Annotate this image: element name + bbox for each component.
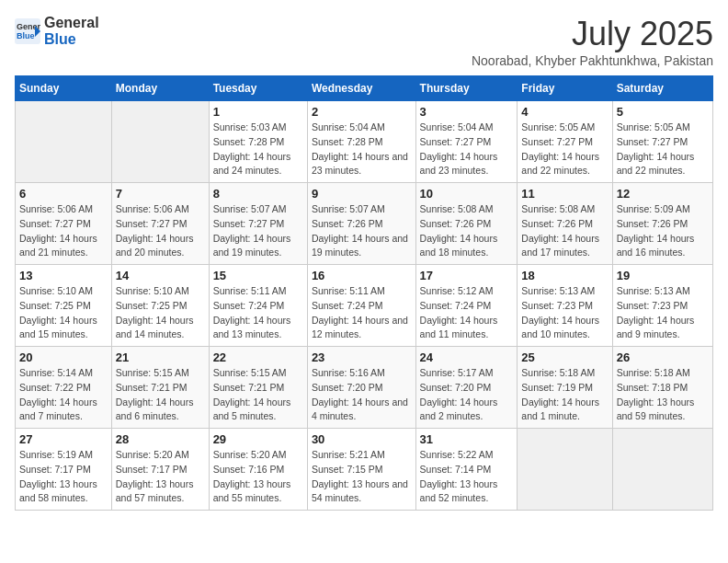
day-number: 1: [213, 105, 303, 119]
day-info: Sunrise: 5:14 AMSunset: 7:22 PMDaylight:…: [19, 366, 108, 424]
day-number: 6: [19, 187, 108, 201]
week-row-1: 1Sunrise: 5:03 AMSunset: 7:28 PMDaylight…: [16, 101, 713, 183]
month-title: July 2025: [472, 15, 713, 53]
day-info: Sunrise: 5:10 AMSunset: 7:25 PMDaylight:…: [116, 284, 205, 342]
day-info: Sunrise: 5:22 AMSunset: 7:14 PMDaylight:…: [420, 448, 514, 506]
logo: General Blue General Blue: [15, 15, 99, 48]
title-section: July 2025 Noorabad, Khyber Pakhtunkhwa, …: [472, 15, 713, 68]
day-number: 9: [312, 187, 412, 201]
day-info: Sunrise: 5:05 AMSunset: 7:27 PMDaylight:…: [617, 121, 709, 178]
calendar-cell: 7Sunrise: 5:06 AMSunset: 7:27 PMDaylight…: [111, 183, 209, 265]
day-info: Sunrise: 5:20 AMSunset: 7:16 PMDaylight:…: [213, 448, 303, 506]
calendar-cell: [612, 429, 712, 511]
calendar-cell: 4Sunrise: 5:05 AMSunset: 7:27 PMDaylight…: [518, 101, 612, 183]
day-number: 16: [312, 269, 412, 282]
day-info: Sunrise: 5:07 AMSunset: 7:26 PMDaylight:…: [312, 202, 412, 260]
day-number: 18: [521, 269, 608, 282]
day-number: 24: [420, 350, 514, 364]
calendar-cell: 5Sunrise: 5:05 AMSunset: 7:27 PMDaylight…: [612, 101, 712, 183]
weekday-header-wednesday: Wednesday: [307, 76, 415, 101]
week-row-3: 13Sunrise: 5:10 AMSunset: 7:25 PMDayligh…: [16, 265, 713, 347]
day-info: Sunrise: 5:15 AMSunset: 7:21 PMDaylight:…: [116, 366, 205, 424]
calendar-cell: 1Sunrise: 5:03 AMSunset: 7:28 PMDaylight…: [209, 101, 307, 183]
day-number: 4: [521, 105, 608, 119]
calendar-cell: 8Sunrise: 5:07 AMSunset: 7:27 PMDaylight…: [209, 183, 307, 265]
weekday-header-row: SundayMondayTuesdayWednesdayThursdayFrid…: [16, 76, 713, 101]
day-info: Sunrise: 5:11 AMSunset: 7:24 PMDaylight:…: [213, 284, 303, 342]
day-number: 5: [617, 105, 709, 119]
day-info: Sunrise: 5:11 AMSunset: 7:24 PMDaylight:…: [312, 284, 412, 342]
day-number: 27: [19, 432, 108, 446]
day-number: 8: [213, 187, 303, 201]
day-number: 19: [617, 269, 709, 282]
week-row-4: 20Sunrise: 5:14 AMSunset: 7:22 PMDayligh…: [16, 347, 713, 429]
calendar-cell: 27Sunrise: 5:19 AMSunset: 7:17 PMDayligh…: [16, 429, 112, 511]
calendar-cell: 15Sunrise: 5:11 AMSunset: 7:24 PMDayligh…: [209, 265, 307, 347]
day-info: Sunrise: 5:07 AMSunset: 7:27 PMDaylight:…: [213, 202, 303, 260]
calendar-cell: 19Sunrise: 5:13 AMSunset: 7:23 PMDayligh…: [612, 265, 712, 347]
day-number: 17: [420, 269, 514, 282]
logo-general-text: General: [44, 15, 99, 30]
day-number: 20: [19, 350, 108, 364]
day-number: 26: [617, 350, 709, 364]
day-info: Sunrise: 5:04 AMSunset: 7:28 PMDaylight:…: [312, 121, 412, 178]
day-info: Sunrise: 5:09 AMSunset: 7:26 PMDaylight:…: [617, 202, 709, 260]
calendar-cell: 3Sunrise: 5:04 AMSunset: 7:27 PMDaylight…: [415, 101, 518, 183]
day-info: Sunrise: 5:08 AMSunset: 7:26 PMDaylight:…: [521, 202, 608, 260]
day-info: Sunrise: 5:20 AMSunset: 7:17 PMDaylight:…: [116, 448, 205, 506]
calendar-cell: 30Sunrise: 5:21 AMSunset: 7:15 PMDayligh…: [307, 429, 415, 511]
day-info: Sunrise: 5:15 AMSunset: 7:21 PMDaylight:…: [213, 366, 303, 424]
day-number: 30: [312, 432, 412, 446]
calendar-cell: [16, 101, 112, 183]
day-number: 3: [420, 105, 514, 119]
day-number: 21: [116, 350, 205, 364]
day-number: 15: [213, 269, 303, 282]
calendar-cell: 25Sunrise: 5:18 AMSunset: 7:19 PMDayligh…: [518, 347, 612, 429]
day-number: 23: [312, 350, 412, 364]
day-number: 10: [420, 187, 514, 201]
calendar-cell: 14Sunrise: 5:10 AMSunset: 7:25 PMDayligh…: [111, 265, 209, 347]
day-info: Sunrise: 5:13 AMSunset: 7:23 PMDaylight:…: [521, 284, 608, 342]
day-info: Sunrise: 5:05 AMSunset: 7:27 PMDaylight:…: [521, 121, 608, 178]
weekday-header-sunday: Sunday: [16, 76, 112, 101]
calendar-cell: [111, 101, 209, 183]
calendar-cell: 18Sunrise: 5:13 AMSunset: 7:23 PMDayligh…: [518, 265, 612, 347]
calendar-cell: 10Sunrise: 5:08 AMSunset: 7:26 PMDayligh…: [415, 183, 518, 265]
day-info: Sunrise: 5:16 AMSunset: 7:20 PMDaylight:…: [312, 366, 412, 424]
day-number: 22: [213, 350, 303, 364]
calendar-table: SundayMondayTuesdayWednesdayThursdayFrid…: [15, 75, 713, 511]
day-info: Sunrise: 5:06 AMSunset: 7:27 PMDaylight:…: [19, 202, 108, 260]
calendar-cell: 2Sunrise: 5:04 AMSunset: 7:28 PMDaylight…: [307, 101, 415, 183]
logo-icon: General Blue: [15, 18, 40, 44]
location-title: Noorabad, Khyber Pakhtunkhwa, Pakistan: [472, 53, 713, 68]
day-number: 7: [116, 187, 205, 201]
day-info: Sunrise: 5:12 AMSunset: 7:24 PMDaylight:…: [420, 284, 514, 342]
day-number: 14: [116, 269, 205, 282]
day-info: Sunrise: 5:18 AMSunset: 7:19 PMDaylight:…: [521, 366, 608, 424]
calendar-cell: 16Sunrise: 5:11 AMSunset: 7:24 PMDayligh…: [307, 265, 415, 347]
day-number: 31: [420, 432, 514, 446]
calendar-cell: 22Sunrise: 5:15 AMSunset: 7:21 PMDayligh…: [209, 347, 307, 429]
day-info: Sunrise: 5:08 AMSunset: 7:26 PMDaylight:…: [420, 202, 514, 260]
day-info: Sunrise: 5:03 AMSunset: 7:28 PMDaylight:…: [213, 121, 303, 178]
day-number: 25: [521, 350, 608, 364]
calendar-cell: 6Sunrise: 5:06 AMSunset: 7:27 PMDaylight…: [16, 183, 112, 265]
calendar-cell: 28Sunrise: 5:20 AMSunset: 7:17 PMDayligh…: [111, 429, 209, 511]
calendar-cell: 24Sunrise: 5:17 AMSunset: 7:20 PMDayligh…: [415, 347, 518, 429]
day-info: Sunrise: 5:19 AMSunset: 7:17 PMDaylight:…: [19, 448, 108, 506]
day-number: 2: [312, 105, 412, 119]
calendar-cell: 26Sunrise: 5:18 AMSunset: 7:18 PMDayligh…: [612, 347, 712, 429]
day-info: Sunrise: 5:21 AMSunset: 7:15 PMDaylight:…: [312, 448, 412, 506]
weekday-header-friday: Friday: [518, 76, 612, 101]
calendar-cell: 11Sunrise: 5:08 AMSunset: 7:26 PMDayligh…: [518, 183, 612, 265]
week-row-2: 6Sunrise: 5:06 AMSunset: 7:27 PMDaylight…: [16, 183, 713, 265]
weekday-header-tuesday: Tuesday: [209, 76, 307, 101]
calendar-cell: 9Sunrise: 5:07 AMSunset: 7:26 PMDaylight…: [307, 183, 415, 265]
weekday-header-saturday: Saturday: [612, 76, 712, 101]
day-info: Sunrise: 5:13 AMSunset: 7:23 PMDaylight:…: [617, 284, 709, 342]
day-number: 12: [617, 187, 709, 201]
day-info: Sunrise: 5:10 AMSunset: 7:25 PMDaylight:…: [19, 284, 108, 342]
logo-blue-text: Blue: [44, 31, 76, 47]
calendar-cell: 31Sunrise: 5:22 AMSunset: 7:14 PMDayligh…: [415, 429, 518, 511]
calendar-cell: 21Sunrise: 5:15 AMSunset: 7:21 PMDayligh…: [111, 347, 209, 429]
